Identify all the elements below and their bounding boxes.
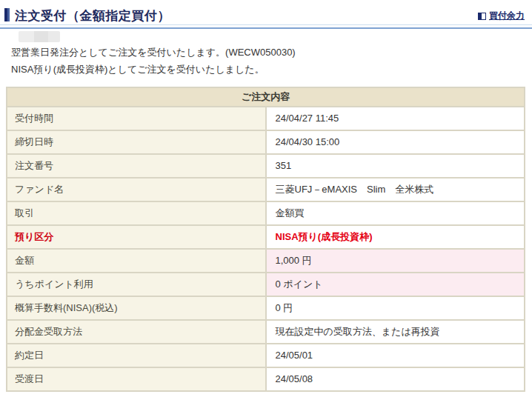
row-label: 取引 <box>7 201 266 225</box>
buying-power-link-label: 買付余力 <box>489 10 525 22</box>
row-value: 24/04/27 11:45 <box>266 107 525 130</box>
row-label: うちポイント利用 <box>7 273 266 296</box>
page-title: 注文受付（金額指定買付） <box>15 7 170 24</box>
row-value-points: 0 ポイント <box>266 273 525 296</box>
table-row-accept-time: 受付時間 24/04/27 11:45 <box>7 107 525 130</box>
row-label: 分配金受取方法 <box>7 320 266 344</box>
row-value: 0 円 <box>266 296 525 320</box>
row-value: 三菱UFJ－eMAXIS Slim 全米株式 <box>266 178 525 201</box>
header-divider <box>0 24 532 29</box>
table-row-estimated-fee: 概算手数料(NISA)(税込) 0 円 <box>7 296 525 320</box>
redacted-account-name <box>19 31 60 42</box>
row-value: 金額買 <box>266 201 525 225</box>
row-value-amount: 1,000 円 <box>266 249 525 273</box>
table-row-account-category: 預り区分 NISA預り(成長投資枠) <box>7 225 525 249</box>
row-label: 注文番号 <box>7 154 266 178</box>
row-value: 24/05/08 <box>266 367 525 391</box>
table-row-order-number: 注文番号 351 <box>7 154 525 178</box>
row-label: 預り区分 <box>7 225 266 249</box>
table-row-fund-name: ファンド名 三菱UFJ－eMAXIS Slim 全米株式 <box>7 178 525 201</box>
page-header: 注文受付（金額指定買付） 買付余力 <box>4 7 526 25</box>
table-row-trade-type: 取引 金額買 <box>7 201 525 225</box>
table-row-execution-date: 約定日 24/05/01 <box>7 344 525 367</box>
title-accent-bar <box>4 8 10 21</box>
nisa-accepted-message: NISA預り(成長投資枠)としてご注文を受付いたしました。 <box>11 63 265 76</box>
table-caption-row: ご注文内容 <box>7 87 525 107</box>
row-label: 受付時間 <box>7 107 266 130</box>
buying-power-link[interactable]: 買付余力 <box>478 10 525 22</box>
row-value: 現在設定中の受取方法、または再投資 <box>266 320 525 344</box>
row-label: ファンド名 <box>7 178 266 201</box>
popup-window-icon <box>478 13 486 20</box>
table-row-points-used: うちポイント利用 0 ポイント <box>7 273 525 296</box>
order-accept-page: { "header": { "title": "注文受付（金額指定買付）", "… <box>0 0 532 397</box>
row-label: 締切日時 <box>7 130 266 154</box>
table-row-distribution-method: 分配金受取方法 現在設定中の受取方法、または再投資 <box>7 320 525 344</box>
table-row-settlement-date: 受渡日 24/05/08 <box>7 367 525 391</box>
row-label: 金額 <box>7 249 266 273</box>
table-caption: ご注文内容 <box>7 87 525 107</box>
table-row-amount: 金額 1,000 円 <box>7 249 525 273</box>
row-label: 受渡日 <box>7 367 266 391</box>
order-details-table: ご注文内容 受付時間 24/04/27 11:45 締切日時 24/04/30 … <box>6 87 525 392</box>
order-accepted-message: 翌営業日発注分としてご注文を受付いたします。(WECW050030) <box>11 46 296 59</box>
row-value-nisa: NISA預り(成長投資枠) <box>266 225 525 249</box>
row-label: 概算手数料(NISA)(税込) <box>7 296 266 320</box>
row-value: 24/05/01 <box>266 344 525 367</box>
row-value: 24/04/30 15:00 <box>266 130 525 154</box>
row-value: 351 <box>266 154 525 178</box>
table-row-deadline: 締切日時 24/04/30 15:00 <box>7 130 525 154</box>
row-label: 約定日 <box>7 344 266 367</box>
